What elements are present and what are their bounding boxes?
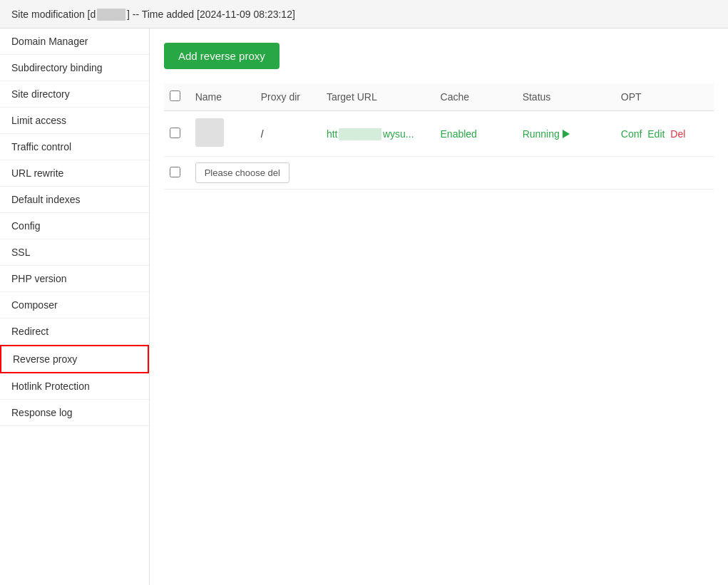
header-opt: OPT: [615, 83, 714, 111]
table-row: / htt██████wysu... Enabled Running: [164, 111, 714, 157]
sidebar-item-subdirectory-binding[interactable]: Subdirectory binding: [0, 55, 149, 81]
sidebar-item-composer[interactable]: Composer: [0, 292, 149, 319]
batch-delete-button[interactable]: Please choose del: [195, 162, 289, 183]
sidebar-item-ssl[interactable]: SSL: [0, 239, 149, 266]
title-redacted: ████: [97, 9, 125, 20]
select-all-checkbox[interactable]: [170, 90, 180, 101]
sidebar-item-default-indexes[interactable]: Default indexes: [0, 187, 149, 213]
cache-value: Enabled: [441, 128, 477, 140]
header-name: Name: [190, 83, 255, 111]
sidebar-item-php-version[interactable]: PHP version: [0, 266, 149, 292]
sidebar-item-response-log[interactable]: Response log: [0, 400, 149, 426]
row-opt-cell: Conf Edit Del: [615, 111, 714, 157]
page-title: Site modification [d████] -- Time added …: [11, 9, 295, 20]
sidebar-item-limit-access[interactable]: Limit access: [0, 108, 149, 134]
sidebar-item-url-rewrite[interactable]: URL rewrite: [0, 160, 149, 187]
title-prefix: Site modification [d: [11, 9, 96, 20]
sidebar: Domain Manager Subdirectory binding Site…: [0, 29, 150, 585]
main-layout: Domain Manager Subdirectory binding Site…: [0, 29, 728, 585]
add-reverse-proxy-button[interactable]: Add reverse proxy: [164, 43, 280, 69]
name-avatar: [195, 118, 224, 147]
sidebar-item-reverse-proxy[interactable]: Reverse proxy: [0, 345, 149, 373]
sidebar-item-redirect[interactable]: Redirect: [0, 319, 149, 345]
header-status: Status: [517, 83, 615, 111]
row-target-url-cell: htt██████wysu...: [321, 111, 435, 157]
row-checkbox-cell: [164, 111, 190, 157]
batch-delete-cell: Please choose del: [190, 157, 714, 190]
running-arrow-icon: [563, 130, 570, 138]
sidebar-item-config[interactable]: Config: [0, 213, 149, 239]
table-header-row: Name Proxy dir Target URL Cache Status: [164, 83, 714, 111]
header-proxy-dir: Proxy dir: [255, 83, 321, 111]
sidebar-item-hotlink-protection[interactable]: Hotlink Protection: [0, 373, 149, 400]
del-link[interactable]: Del: [670, 128, 685, 140]
header-cache: Cache: [435, 83, 517, 111]
title-suffix: ] -- Time added [2024-11-09 08:23:12]: [127, 9, 295, 20]
content-area: Add reverse proxy Name Proxy dir Target …: [150, 29, 728, 585]
batch-checkbox-cell: [164, 157, 190, 190]
edit-link[interactable]: Edit: [647, 128, 665, 140]
row-proxy-dir-cell: /: [255, 111, 321, 157]
header-checkbox-col: [164, 83, 190, 111]
top-bar: Site modification [d████] -- Time added …: [0, 0, 728, 29]
conf-link[interactable]: Conf: [621, 128, 642, 140]
opt-links: Conf Edit Del: [621, 128, 689, 140]
sidebar-item-domain-manager[interactable]: Domain Manager: [0, 29, 149, 55]
target-url-redacted: ██████: [339, 128, 381, 140]
batch-checkbox[interactable]: [170, 167, 180, 177]
status-value: Running: [523, 128, 610, 140]
batch-delete-row: Please choose del: [164, 157, 714, 190]
row-checkbox[interactable]: [170, 128, 180, 138]
sidebar-item-traffic-control[interactable]: Traffic control: [0, 134, 149, 160]
header-target-url: Target URL: [321, 83, 435, 111]
proxy-table: Name Proxy dir Target URL Cache Status: [164, 83, 714, 190]
sidebar-item-site-directory[interactable]: Site directory: [0, 81, 149, 108]
proxy-dir-value: /: [261, 128, 264, 140]
row-cache-cell: Enabled: [435, 111, 517, 157]
row-name-cell: [190, 111, 255, 157]
target-url-value: htt██████wysu...: [327, 128, 414, 140]
row-status-cell: Running: [517, 111, 615, 157]
